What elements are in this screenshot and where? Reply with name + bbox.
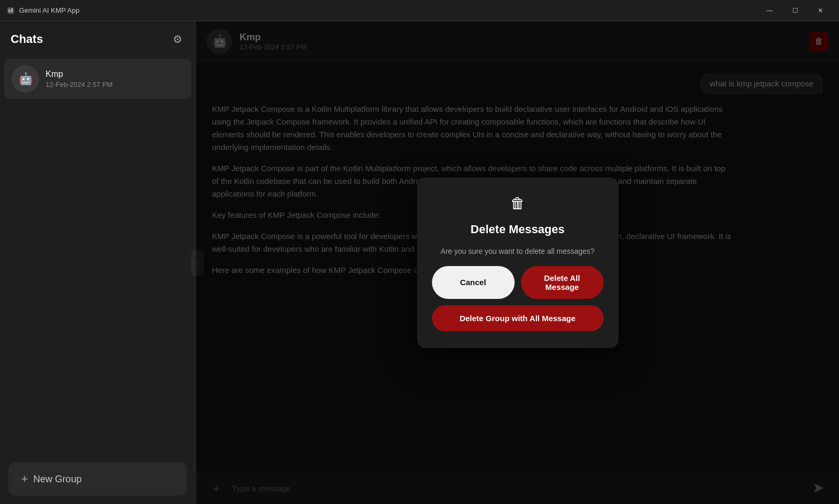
- modal-trash-icon: 🗑: [510, 194, 525, 212]
- delete-group-button[interactable]: Delete Group with All Message: [432, 305, 604, 331]
- chat-list: 🤖 Kmp 12-Feb-2024 2:57 PM: [0, 55, 196, 454]
- app-icon: [6, 6, 15, 15]
- maximize-button[interactable]: ☐: [783, 3, 807, 19]
- sidebar: Chats ⚙ 🤖 Kmp 12-Feb-2024 2:57 PM + New …: [0, 21, 196, 504]
- chat-area: 🤖 Kmp 12-Feb-2024 2:57 PM 🗑 what is kmp …: [196, 21, 839, 504]
- cancel-button[interactable]: Cancel: [432, 266, 515, 299]
- delete-all-button[interactable]: Delete All Message: [521, 266, 604, 299]
- modal-overlay: 🗑 Delete Messages Are you sure you want …: [196, 21, 839, 504]
- modal-button-row: Cancel Delete All Message: [432, 266, 604, 299]
- chat-item-kmp[interactable]: 🤖 Kmp 12-Feb-2024 2:57 PM: [4, 59, 191, 99]
- app-title: Gemini AI KMP App: [19, 6, 80, 14]
- chat-time: 12-Feb-2024 2:57 PM: [46, 81, 184, 89]
- chat-name: Kmp: [46, 69, 184, 79]
- modal-buttons: Cancel Delete All Message Delete Group w…: [432, 266, 604, 331]
- app-container: Chats ⚙ 🤖 Kmp 12-Feb-2024 2:57 PM + New …: [0, 21, 839, 504]
- title-bar: Gemini AI KMP App — ☐ ✕: [0, 0, 839, 21]
- minimize-button[interactable]: —: [757, 3, 782, 19]
- close-button[interactable]: ✕: [808, 3, 833, 19]
- window-controls: — ☐ ✕: [757, 3, 833, 19]
- new-group-button[interactable]: + New Group: [8, 463, 187, 496]
- sidebar-title: Chats: [11, 32, 43, 46]
- sidebar-header: Chats ⚙: [0, 21, 196, 55]
- new-group-label: New Group: [33, 474, 82, 485]
- modal-subtitle: Are you sure you want to delete all mess…: [440, 247, 594, 255]
- svg-rect-1: [8, 10, 10, 12]
- svg-rect-0: [7, 7, 14, 14]
- chat-avatar: 🤖: [12, 65, 39, 93]
- title-bar-left: Gemini AI KMP App: [6, 6, 80, 15]
- svg-rect-2: [11, 8, 13, 12]
- plus-icon: +: [21, 472, 28, 486]
- gear-icon[interactable]: ⚙: [170, 32, 185, 47]
- delete-modal: 🗑 Delete Messages Are you sure you want …: [417, 178, 619, 348]
- modal-title: Delete Messages: [471, 223, 564, 236]
- chat-info: Kmp 12-Feb-2024 2:57 PM: [46, 69, 184, 89]
